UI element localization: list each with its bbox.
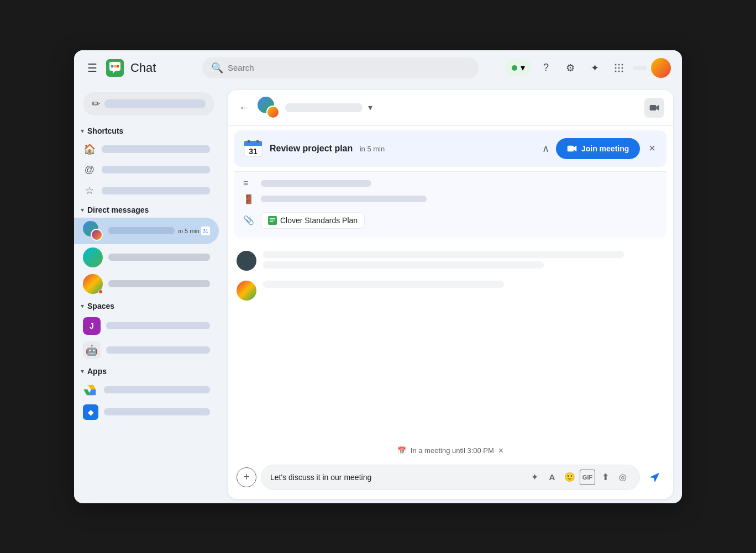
shortcuts-chevron: ▾ (81, 127, 84, 135)
topbar-left: ☰ Chat (85, 58, 196, 78)
dm-meeting-badge: in 5 min 31 (178, 227, 210, 235)
status-pill[interactable]: ▾ (505, 59, 532, 76)
status-text: In a meeting until 3:00 PM (411, 446, 494, 455)
close-banner-button[interactable]: × (647, 140, 658, 157)
join-meeting-button[interactable]: Join meeting (556, 138, 640, 159)
apps-title: Apps (87, 367, 107, 376)
msg-content-2 (263, 281, 664, 291)
main-area: ✏ ▾ Shortcuts 🏠 @ ☆ ▾ (74, 86, 682, 503)
join-meeting-label: Join meeting (581, 144, 629, 153)
svg-point-9 (618, 67, 620, 69)
svg-point-5 (615, 64, 617, 65)
chat-input-area: + ✦ A 🙂 GIF ⬆ ◎ (228, 460, 673, 499)
app-item-diamond[interactable]: ◆ (74, 401, 219, 423)
message-input[interactable] (270, 473, 522, 482)
dm-item-3[interactable] (74, 271, 219, 297)
svg-rect-24 (270, 219, 276, 220)
spaces-title: Spaces (87, 302, 114, 310)
topbar-right: ▾ ? ⚙ ✦ (505, 58, 671, 78)
detail-bar-2 (261, 196, 427, 202)
settings-button[interactable]: ⚙ (560, 58, 580, 78)
add-icon: + (243, 471, 250, 483)
spaces-section-header[interactable]: ▾ Spaces (74, 297, 223, 314)
svg-rect-25 (270, 221, 274, 222)
video-icon-btn (567, 144, 577, 154)
ai-input-button[interactable]: ✦ (527, 470, 542, 485)
detail-row-1: ≡ (243, 178, 658, 188)
send-button[interactable] (644, 467, 664, 487)
space-robot-icon: 🤖 (83, 341, 101, 359)
shortcuts-home-label (102, 145, 210, 153)
detail-row-2: 🚪 (243, 194, 658, 204)
message-input-container[interactable]: ✦ A 🙂 GIF ⬆ ◎ (261, 465, 640, 490)
status-close-button[interactable]: × (498, 446, 503, 456)
svg-point-3 (114, 65, 117, 67)
gif-button[interactable]: GIF (580, 470, 595, 485)
apps-section-header[interactable]: ▾ Apps (74, 362, 223, 379)
dm-chevron: ▾ (81, 206, 84, 214)
shortcuts-home-item[interactable]: 🏠 (74, 139, 219, 160)
dm-avatar-3 (83, 274, 103, 294)
door-icon: 🚪 (243, 194, 254, 204)
dm-item-active[interactable]: in 5 min 31 (74, 218, 219, 244)
app-label-diamond (104, 408, 210, 415)
dm-avatar-secondary-1 (91, 229, 103, 241)
user-menu[interactable] (633, 58, 671, 78)
back-button[interactable]: ← (237, 99, 252, 116)
lines-icon: ≡ (243, 178, 254, 188)
emoji-button[interactable]: 🙂 (562, 470, 578, 485)
search-input[interactable] (228, 63, 470, 72)
dm-item-2[interactable] (74, 244, 219, 271)
search-icon: 🔍 (211, 62, 223, 74)
add-content-button[interactable]: + (237, 467, 256, 487)
svg-rect-14 (650, 105, 657, 110)
chat-header: ← ▾ (228, 90, 673, 126)
search-bar[interactable]: 🔍 (202, 57, 479, 78)
app-item-drive[interactable] (74, 379, 219, 401)
svg-point-10 (622, 67, 623, 69)
expand-meeting-button[interactable]: ∧ (542, 143, 549, 155)
attachment-chip[interactable]: Clover Standards Plan (261, 212, 365, 229)
calendar-badge: 31 (201, 227, 210, 235)
sheets-icon (268, 216, 277, 225)
chat-logo (105, 58, 125, 78)
more-input-button[interactable]: ◎ (615, 470, 631, 485)
space-avatar-j: J (83, 317, 101, 335)
meeting-info: Review project plan in 5 min (270, 144, 536, 154)
upload-button[interactable]: ⬆ (597, 470, 613, 485)
format-text-button[interactable]: A (544, 470, 560, 485)
dm-avatar-2 (83, 247, 103, 267)
header-avatar-group (258, 97, 280, 119)
help-button[interactable]: ? (536, 58, 556, 78)
user-avatar[interactable] (651, 58, 671, 78)
mentions-icon: @ (83, 164, 96, 176)
dm-meeting-time: in 5 min (178, 228, 200, 234)
svg-point-13 (622, 70, 623, 72)
sidebar: ✏ ▾ Shortcuts 🏠 @ ☆ ▾ (74, 86, 223, 503)
notification-dot (98, 289, 103, 294)
menu-button[interactable]: ☰ (85, 59, 99, 77)
drive-icon (83, 382, 98, 398)
chat-area: ← ▾ (228, 90, 673, 499)
ai-button[interactable]: ✦ (585, 58, 605, 78)
new-chat-button[interactable]: ✏ (83, 92, 214, 115)
shortcuts-mentions-item[interactable]: @ (74, 160, 219, 180)
app-icon-diamond: ◆ (83, 404, 98, 420)
dm-label-bar-1 (108, 227, 175, 234)
calendar-icon-lg: 31 (243, 139, 263, 159)
meeting-status-icon: 📅 (397, 446, 406, 455)
header-dropdown-button[interactable]: ▾ (368, 102, 372, 113)
space-item-robot[interactable]: 🤖 (74, 338, 219, 362)
new-chat-label (104, 99, 206, 108)
shortcuts-starred-item[interactable]: ☆ (74, 180, 219, 201)
apps-grid-button[interactable] (609, 58, 629, 78)
svg-point-12 (618, 70, 620, 72)
svg-text:31: 31 (249, 147, 258, 156)
shortcuts-section-header[interactable]: ▾ Shortcuts (74, 122, 223, 139)
attachment-filename: Clover Standards Plan (280, 216, 358, 225)
meeting-title: Review project plan (270, 144, 353, 153)
space-item-j[interactable]: J (74, 314, 219, 338)
dm-section-header[interactable]: ▾ Direct messages (74, 201, 223, 218)
meeting-details: ≡ 🚪 📎 (234, 171, 666, 238)
video-call-button[interactable] (644, 98, 664, 118)
